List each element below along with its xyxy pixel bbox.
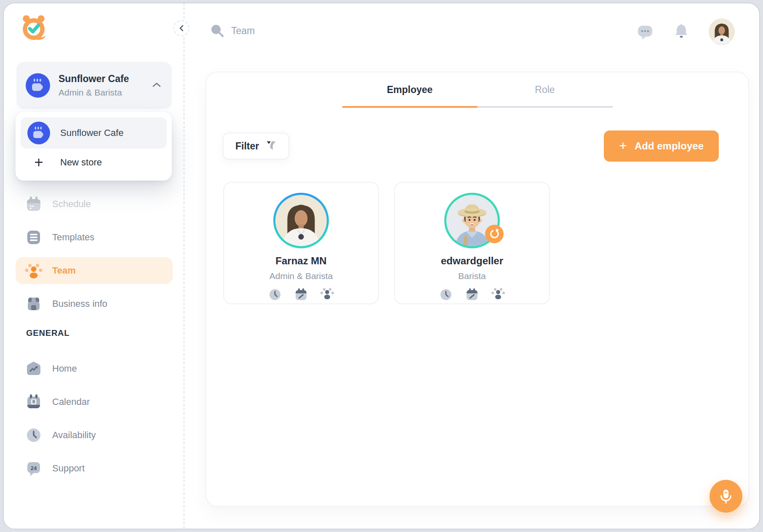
sidebar-item-label: Schedule [52, 199, 91, 210]
new-store-item[interactable]: + New store [21, 149, 167, 176]
hours-clock-icon[interactable] [268, 287, 282, 302]
edit-schedule-icon[interactable] [465, 287, 479, 302]
team-role-icon[interactable] [320, 287, 334, 302]
employee-card[interactable]: edwardgeller Barista [394, 182, 550, 304]
sidebar-item-label: Business info [52, 298, 107, 309]
sidebar-item-business-info[interactable]: Business info [16, 290, 173, 317]
sidebar-item-schedule[interactable]: Schedule [16, 191, 173, 218]
sidebar-item-home[interactable]: Home [16, 355, 173, 382]
microphone-icon [718, 488, 734, 504]
notifications-bell-icon[interactable] [673, 23, 689, 40]
employee-role: Admin & Barista [224, 271, 378, 281]
general-nav: Home 8 Calendar [16, 355, 173, 488]
add-employee-label: Add employee [635, 140, 704, 152]
sidebar-item-label: Availability [52, 430, 96, 441]
chat-icon[interactable] [636, 23, 654, 40]
user-avatar[interactable] [709, 19, 735, 45]
add-employee-button[interactable]: + Add employee [604, 130, 719, 162]
employee-name: edwardgeller [395, 255, 549, 267]
tab-label: Role [535, 84, 555, 95]
chevron-left-icon [179, 25, 184, 32]
toolbar: Filter + Add employee [223, 130, 719, 162]
team-panel: Employee Role Filter + Add employee [205, 72, 749, 507]
employee-quick-actions [395, 287, 549, 302]
support-badge-text: 24 [31, 465, 37, 471]
sidebar-item-label: Calendar [52, 396, 90, 407]
sidebar: Sunflower Cafe Admin & Barista [4, 3, 184, 529]
team-icon [24, 262, 43, 279]
store-name: Sunflower Cafe [59, 73, 129, 85]
templates-icon [24, 229, 43, 246]
store-meta: Sunflower Cafe Admin & Barista [59, 73, 129, 98]
general-section-label: GENERAL [26, 328, 69, 338]
clock-icon [24, 427, 43, 444]
tab-employee[interactable]: Employee [342, 84, 478, 108]
support-24-icon: 24 [24, 460, 43, 477]
sidebar-collapse-button[interactable] [173, 20, 189, 36]
store-coffee-icon [26, 73, 50, 98]
employee-avatar [273, 193, 329, 248]
sidebar-item-label: Team [52, 265, 76, 276]
home-icon [24, 360, 43, 377]
edit-schedule-icon[interactable] [294, 287, 308, 302]
calendar-icon: 8 [24, 394, 43, 410]
storefront-icon [24, 295, 43, 312]
sync-pending-badge[interactable] [485, 225, 504, 243]
app-window: Sunflower Cafe Admin & Barista [3, 3, 760, 529]
plus-icon: + [619, 139, 627, 152]
sidebar-item-availability[interactable]: Availability [16, 422, 173, 449]
employee-card-grid: Farnaz MN Admin & Barista [223, 182, 748, 304]
calendar-day-text: 8 [32, 399, 35, 404]
sidebar-item-templates[interactable]: Templates [16, 224, 173, 251]
dropdown-store-label: Sunflower Cafe [60, 128, 123, 138]
sidebar-item-label: Templates [52, 232, 94, 243]
tab-bar: Employee Role [342, 84, 613, 108]
team-role-icon[interactable] [491, 287, 505, 302]
chevron-up-icon [152, 82, 161, 89]
hours-clock-icon[interactable] [439, 287, 453, 302]
dropdown-store-item[interactable]: Sunflower Cafe [21, 117, 167, 149]
app-logo-icon [20, 13, 48, 41]
sidebar-item-support[interactable]: 24 Support [16, 455, 173, 482]
topbar-actions [636, 19, 735, 45]
store-nav: Schedule Templates [16, 191, 173, 324]
schedule-icon [24, 196, 43, 213]
new-store-label: New store [60, 157, 102, 168]
search-icon[interactable] [210, 24, 224, 38]
tab-label: Employee [387, 84, 433, 95]
employee-name: Farnaz MN [224, 255, 378, 267]
sidebar-item-label: Home [52, 363, 77, 374]
filter-funnel-icon [266, 140, 277, 152]
employee-role: Barista [395, 271, 549, 281]
filter-label: Filter [235, 141, 259, 152]
filter-button[interactable]: Filter [223, 133, 289, 160]
tab-role[interactable]: Role [478, 84, 613, 108]
sidebar-item-team[interactable]: Team [16, 257, 173, 284]
voice-assistant-button[interactable] [710, 480, 742, 513]
store-role: Admin & Barista [59, 88, 129, 98]
refresh-icon [489, 229, 500, 239]
page-title: Team [231, 25, 255, 37]
store-dropdown: Sunflower Cafe + New store [16, 112, 172, 181]
sidebar-item-label: Support [52, 463, 85, 474]
sidebar-divider [184, 3, 184, 529]
store-selector[interactable]: Sunflower Cafe Admin & Barista [16, 62, 172, 109]
employee-card[interactable]: Farnaz MN Admin & Barista [223, 182, 379, 304]
sidebar-item-calendar[interactable]: 8 Calendar [16, 388, 173, 415]
plus-icon: + [27, 155, 50, 170]
employee-quick-actions [224, 287, 378, 302]
page-header: Team [210, 24, 255, 38]
store-coffee-icon [27, 122, 50, 144]
